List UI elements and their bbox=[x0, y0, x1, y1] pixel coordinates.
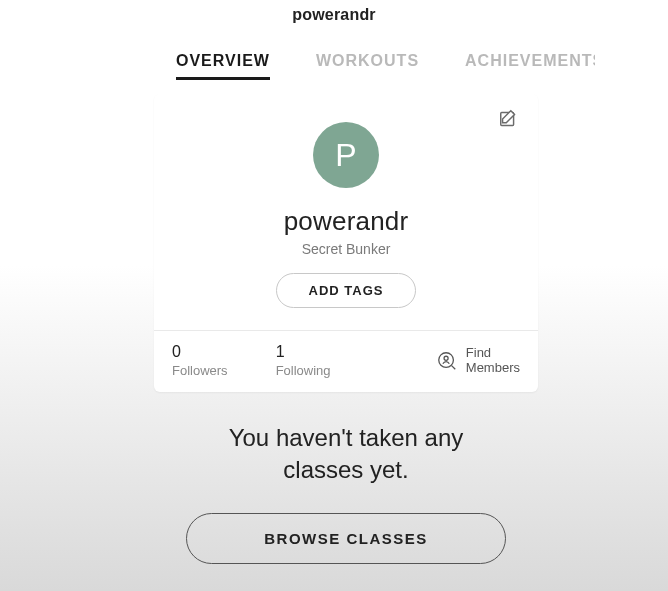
following-stat[interactable]: 1 Following bbox=[276, 343, 331, 378]
find-members-label: Find Members bbox=[466, 346, 520, 376]
tab-workouts-label: WORKOUTS bbox=[316, 52, 419, 69]
tab-achievements[interactable]: ACHIEVEMENTS bbox=[465, 52, 595, 80]
avatar: P bbox=[313, 122, 379, 188]
location: Secret Bunker bbox=[302, 241, 391, 257]
tab-overview[interactable]: OVERVIEW bbox=[176, 52, 270, 80]
following-label: Following bbox=[276, 363, 331, 378]
tab-bar: OVERVIEW WORKOUTS ACHIEVEMENTS bbox=[0, 52, 668, 80]
followers-label: Followers bbox=[172, 363, 228, 378]
find-members-button[interactable]: Find Members bbox=[436, 346, 520, 376]
svg-line-3 bbox=[451, 365, 455, 369]
followers-count: 0 bbox=[172, 343, 228, 361]
find-members-icon bbox=[436, 350, 458, 372]
page-title-text: powerandr bbox=[292, 6, 376, 23]
page-title: powerandr bbox=[0, 0, 668, 24]
empty-state-message: You haven't taken any classes yet. bbox=[154, 422, 538, 487]
following-count: 1 bbox=[276, 343, 331, 361]
profile-card: P powerandr Secret Bunker ADD TAGS 0 Fol… bbox=[154, 94, 538, 392]
browse-classes-label: BROWSE CLASSES bbox=[264, 530, 428, 547]
followers-stat[interactable]: 0 Followers bbox=[172, 343, 228, 378]
stats-row: 0 Followers 1 Following bbox=[154, 330, 538, 392]
svg-point-2 bbox=[444, 356, 448, 360]
tab-workouts[interactable]: WORKOUTS bbox=[316, 52, 419, 80]
avatar-initial: P bbox=[335, 137, 356, 174]
edit-icon[interactable] bbox=[498, 108, 520, 130]
tab-overview-label: OVERVIEW bbox=[176, 52, 270, 69]
tab-achievements-label: ACHIEVEMENTS bbox=[465, 52, 595, 69]
browse-classes-button[interactable]: BROWSE CLASSES bbox=[186, 513, 506, 564]
username: powerandr bbox=[284, 206, 409, 237]
add-tags-button[interactable]: ADD TAGS bbox=[276, 273, 417, 308]
add-tags-label: ADD TAGS bbox=[309, 283, 384, 298]
